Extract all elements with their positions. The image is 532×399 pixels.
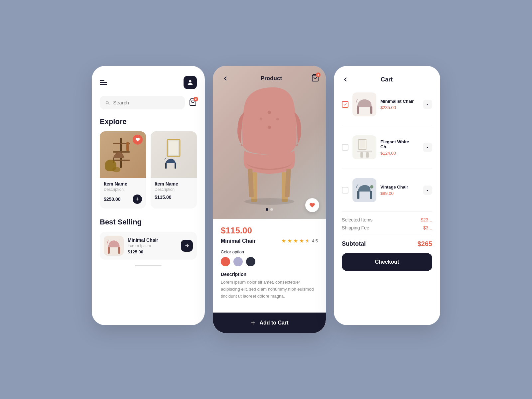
explore-card-1-bottom: $250.00 +: [100, 195, 146, 204]
cart-checkbox-2[interactable]: [342, 144, 348, 151]
star-2: ★: [287, 238, 292, 244]
cart-item-img-2: [352, 135, 376, 159]
arrow-right-icon: [184, 243, 190, 248]
product-hero: Product 2: [213, 66, 326, 219]
search-row: 2: [100, 96, 197, 109]
product-top-bar: Product 2: [213, 66, 326, 91]
product-cart-button[interactable]: 2: [311, 74, 319, 83]
color-option-label: Color option: [221, 249, 318, 254]
svg-point-37: [370, 185, 373, 189]
color-option-purple[interactable]: [233, 257, 243, 266]
minimal-chair-thumb: [105, 236, 122, 256]
heart-icon-1: [135, 137, 140, 142]
svg-rect-3: [113, 151, 130, 153]
subtotal-row: Subtotal $265: [342, 240, 432, 248]
cart-quantity-btn-2[interactable]: -: [423, 143, 432, 152]
add-to-cart-button[interactable]: Add to Cart: [213, 313, 326, 333]
svg-point-5: [112, 167, 120, 172]
subtotal-label: Subtotal: [342, 240, 366, 247]
profile-button[interactable]: [184, 76, 197, 89]
best-selling-item-1[interactable]: Minimal Chair Lorem Ipsum $125.00: [100, 232, 197, 260]
stars-row: ★ ★ ★ ★ ★★ 4.5: [281, 238, 318, 244]
svg-rect-31: [360, 140, 365, 148]
rating-number: 4.5: [312, 238, 318, 243]
best-selling-name-1: Minimal Chair: [128, 237, 177, 243]
cart-back-button[interactable]: [342, 76, 349, 83]
shipping-fee-value: $3...: [423, 225, 432, 230]
cart-quantity-btn-1[interactable]: -: [423, 100, 432, 109]
product-back-button[interactable]: [219, 72, 231, 84]
svg-rect-12: [175, 163, 176, 169]
explore-card-2-bottom: $115.00: [151, 195, 197, 200]
cart-item-name-3: Vintage Chair: [380, 185, 419, 190]
cart-item-price-1: $235.00: [380, 105, 419, 110]
svg-rect-14: [118, 247, 120, 254]
back-icon: [222, 75, 229, 82]
cart-item-img-1: [352, 92, 376, 116]
selected-items-value: $23...: [421, 217, 432, 222]
indicator-bar: [135, 265, 162, 266]
search-input-wrap[interactable]: [100, 96, 185, 109]
explore-card-2-info: Item Name Description: [151, 178, 197, 192]
svg-rect-32: [357, 151, 372, 152]
cart-quantity-btn-3[interactable]: -: [423, 186, 432, 195]
selected-items-row: Selected Items $23...: [342, 217, 432, 222]
explore-card-2-price: $115.00: [155, 195, 172, 200]
star-4: ★: [299, 238, 304, 244]
best-selling-info-1: Minimal Chair Lorem Ipsum $125.00: [128, 237, 177, 254]
color-option-dark[interactable]: [246, 257, 255, 266]
screens-container: 2 Explore: [92, 66, 440, 333]
dot-1: [266, 208, 268, 211]
explore-card-2-name: Item Name: [155, 181, 193, 187]
color-options: [221, 257, 318, 266]
add-to-cart-btn-1[interactable]: +: [133, 195, 142, 204]
svg-rect-6: [126, 142, 129, 151]
cart-button[interactable]: 2: [189, 98, 197, 107]
explore-card-1[interactable]: Item Name Description $250.00 +: [100, 131, 146, 208]
vintage-chair-img: [354, 180, 375, 201]
shipping-fee-label: Shipping Fee: [342, 225, 369, 230]
cart-item-info-2: Elegant White Ch... $124.00: [380, 139, 419, 156]
svg-rect-13: [108, 247, 110, 254]
chair-svg: [226, 79, 313, 205]
explore-card-1-name: Item Name: [104, 181, 142, 187]
explore-card-1-desc: Description: [104, 187, 142, 192]
cart-item-name-1: Minimalist Chair: [380, 99, 419, 104]
cart-header: Cart: [342, 76, 432, 83]
description-section: Description Lorem ipsum dolor sit amet, …: [221, 272, 318, 300]
explore-card-1-price: $250.00: [104, 197, 121, 202]
svg-rect-35: [357, 191, 359, 199]
product-title: Product: [261, 75, 282, 82]
cart-badge: 2: [194, 97, 198, 101]
image-dots: [266, 208, 273, 211]
svg-point-17: [268, 126, 271, 129]
best-selling-img-1: [104, 236, 124, 256]
cart-divider-1: [342, 126, 432, 126]
phone-home: 2 Explore: [92, 66, 205, 325]
best-selling-title: Best Selling: [100, 218, 197, 226]
cart-item-info-1: Minimalist Chair $235.00: [380, 99, 419, 110]
cart-back-icon: [342, 76, 349, 83]
cart-summary: Selected Items $23... Shipping Fee $3...: [342, 217, 432, 230]
cart-items-list: Minimalist Chair $235.00 -: [342, 90, 432, 205]
checkout-button[interactable]: Checkout: [342, 253, 432, 271]
description-text: Lorem ipsum dolor sit amet, consectetuer…: [221, 279, 318, 300]
frame-illustration: [161, 136, 187, 173]
best-selling-price-1: $125.00: [128, 249, 177, 254]
color-option-red[interactable]: [221, 257, 230, 266]
user-icon: [187, 79, 193, 85]
product-favorite-button[interactable]: [305, 198, 319, 212]
cart-item-2: Elegant White Ch... $124.00 -: [342, 133, 432, 162]
menu-icon[interactable]: [100, 80, 107, 85]
search-input[interactable]: [113, 100, 180, 105]
cart-checkbox-3[interactable]: [342, 187, 348, 194]
cart-title: Cart: [381, 76, 393, 83]
best-selling-arrow-1[interactable]: [181, 240, 193, 252]
explore-card-2[interactable]: Item Name Description $115.00: [151, 131, 197, 208]
cart-item-1: Minimalist Chair $235.00 -: [342, 90, 432, 119]
product-price: $115.00: [221, 225, 318, 236]
add-to-cart-label: Add to Cart: [259, 320, 288, 326]
shelf-illustration: [110, 136, 136, 173]
svg-rect-33: [360, 152, 363, 158]
cart-checkbox-1[interactable]: [342, 101, 348, 108]
